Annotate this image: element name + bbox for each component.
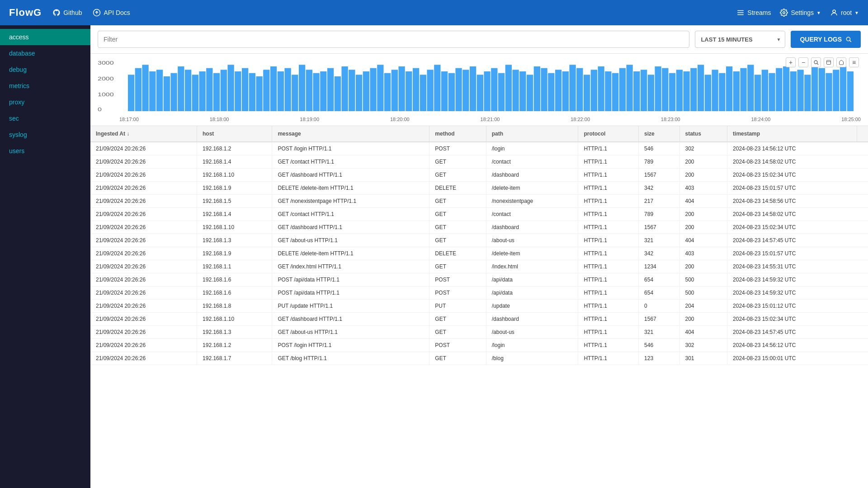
github-icon bbox=[52, 9, 61, 17]
sidebar-item-users[interactable]: users bbox=[0, 143, 90, 159]
sidebar-item-debug[interactable]: debug bbox=[0, 61, 90, 78]
col-header-status[interactable]: status bbox=[679, 126, 727, 142]
export-chart-button[interactable] bbox=[824, 57, 834, 67]
cell-path: /api/data bbox=[486, 286, 578, 300]
svg-rect-58 bbox=[427, 70, 433, 111]
cell-status: 200 bbox=[679, 169, 727, 182]
cell-timestamp: 2024-08-23 14:59:32 UTC bbox=[727, 286, 857, 300]
cell-size: 1567 bbox=[639, 169, 679, 182]
cell-size: 654 bbox=[639, 273, 679, 286]
cell-timestamp: 2024-08-23 15:01:57 UTC bbox=[727, 182, 857, 195]
col-header-path[interactable]: path bbox=[486, 126, 578, 142]
svg-rect-48 bbox=[356, 75, 362, 111]
cell-protocol: HTTP/1.1 bbox=[578, 247, 639, 260]
table-row[interactable]: 21/09/2024 20:26:26192.168.1.6POST /api/… bbox=[90, 273, 868, 286]
table-row[interactable]: 21/09/2024 20:26:26192.168.1.1GET /index… bbox=[90, 260, 868, 273]
chart-x-label: 18:25:00 bbox=[841, 117, 861, 122]
sidebar-item-database[interactable]: database bbox=[0, 45, 90, 61]
cell-path: /login bbox=[486, 142, 578, 155]
svg-rect-37 bbox=[278, 71, 284, 111]
sidebar-item-access[interactable]: access bbox=[0, 29, 90, 45]
cell-status: 204 bbox=[679, 300, 727, 313]
svg-rect-49 bbox=[363, 71, 369, 111]
sidebar-item-syslog[interactable]: syslog bbox=[0, 127, 90, 143]
svg-rect-98 bbox=[712, 70, 718, 111]
cell-timestamp: 2024-08-23 14:55:31 UTC bbox=[727, 260, 857, 273]
col-header-message[interactable]: message bbox=[272, 126, 429, 142]
cell-timestamp: 2024-08-23 15:02:34 UTC bbox=[727, 221, 857, 234]
svg-rect-18 bbox=[142, 65, 148, 111]
col-header-size[interactable]: size bbox=[639, 126, 679, 142]
cell-protocol: HTTP/1.1 bbox=[578, 313, 639, 326]
zoom-out-button[interactable]: − bbox=[798, 57, 808, 67]
svg-rect-114 bbox=[826, 73, 832, 111]
user-icon bbox=[830, 9, 838, 17]
sidebar-item-proxy[interactable]: proxy bbox=[0, 94, 90, 110]
table-row[interactable]: 21/09/2024 20:26:26192.168.1.5GET /nonex… bbox=[90, 195, 868, 208]
time-range-select[interactable]: LAST 15 MINUTESLAST 1 HOURLAST 6 HOURSLA… bbox=[695, 31, 785, 48]
sidebar-item-metrics[interactable]: metrics bbox=[0, 78, 90, 94]
table-row[interactable]: 21/09/2024 20:26:26192.168.1.10GET /dash… bbox=[90, 169, 868, 182]
sidebar-item-sec[interactable]: sec bbox=[0, 110, 90, 127]
filter-input[interactable] bbox=[98, 31, 689, 48]
cell-timestamp: 2024-08-23 14:59:32 UTC bbox=[727, 273, 857, 286]
table-row[interactable]: 21/09/2024 20:26:26192.168.1.7GET /blog … bbox=[90, 352, 868, 365]
cell-message: POST /login HTTP/1.1 bbox=[272, 142, 429, 155]
table-row[interactable]: 21/09/2024 20:26:26192.168.1.2POST /logi… bbox=[90, 142, 868, 155]
header: FlowG Github API Docs Streams bbox=[0, 0, 868, 25]
svg-rect-94 bbox=[683, 71, 689, 111]
menu-chart-button[interactable]: ≡ bbox=[849, 57, 859, 67]
svg-rect-103 bbox=[747, 65, 754, 111]
cell-status: 301 bbox=[679, 352, 727, 365]
cell-host: 192.168.1.9 bbox=[197, 247, 272, 260]
cell-message: GET /index.html HTTP/1.1 bbox=[272, 260, 429, 273]
svg-rect-50 bbox=[370, 68, 376, 111]
table-row[interactable]: 21/09/2024 20:26:26192.168.1.3GET /about… bbox=[90, 234, 868, 247]
col-header-ingested-at-↓[interactable]: Ingested At ↓ bbox=[90, 126, 197, 142]
svg-rect-30 bbox=[227, 65, 234, 111]
query-logs-label: QUERY LOGS bbox=[800, 36, 842, 43]
svg-rect-96 bbox=[698, 65, 704, 111]
svg-rect-51 bbox=[377, 65, 383, 111]
log-table-wrap[interactable]: Ingested At ↓hostmessagemethodpathprotoc… bbox=[90, 126, 868, 488]
table-row[interactable]: 21/09/2024 20:26:26192.168.1.9DELETE /de… bbox=[90, 182, 868, 195]
chart-x-label: 18:22:00 bbox=[571, 117, 590, 122]
svg-rect-101 bbox=[733, 71, 740, 111]
table-row[interactable]: 21/09/2024 20:26:26192.168.1.4GET /conta… bbox=[90, 208, 868, 221]
cell-ingested-at--: 21/09/2024 20:26:26 bbox=[90, 286, 197, 300]
svg-rect-110 bbox=[797, 70, 803, 111]
table-row[interactable]: 21/09/2024 20:26:26192.168.1.9DELETE /de… bbox=[90, 247, 868, 260]
chart-x-label: 18:23:00 bbox=[661, 117, 680, 122]
cell-timestamp: 2024-08-23 15:01:57 UTC bbox=[727, 247, 857, 260]
svg-rect-61 bbox=[448, 73, 455, 111]
svg-rect-53 bbox=[392, 70, 398, 111]
table-row[interactable]: 21/09/2024 20:26:26192.168.1.2POST /logi… bbox=[90, 339, 868, 352]
col-header-protocol[interactable]: protocol bbox=[578, 126, 639, 142]
svg-rect-57 bbox=[420, 75, 426, 111]
api-docs-link[interactable]: API Docs bbox=[93, 9, 130, 17]
cell-status: 404 bbox=[679, 326, 727, 339]
github-link[interactable]: Github bbox=[52, 9, 82, 17]
table-row[interactable]: 21/09/2024 20:26:26192.168.1.3GET /about… bbox=[90, 326, 868, 339]
settings-button[interactable]: Settings ▼ bbox=[780, 9, 821, 17]
home-chart-button[interactable] bbox=[836, 57, 846, 67]
svg-rect-34 bbox=[256, 76, 262, 111]
col-header-method[interactable]: method bbox=[429, 126, 486, 142]
search-chart-button[interactable] bbox=[811, 57, 821, 67]
streams-button[interactable]: Streams bbox=[736, 9, 771, 17]
table-row[interactable]: 21/09/2024 20:26:26192.168.1.6POST /api/… bbox=[90, 286, 868, 300]
query-logs-button[interactable]: QUERY LOGS bbox=[791, 31, 861, 48]
col-header-timestamp[interactable]: timestamp bbox=[727, 126, 857, 142]
table-row[interactable]: 21/09/2024 20:26:26192.168.1.8PUT /updat… bbox=[90, 300, 868, 313]
table-row[interactable]: 21/09/2024 20:26:26192.168.1.10GET /dash… bbox=[90, 313, 868, 326]
svg-rect-55 bbox=[406, 71, 412, 111]
table-row[interactable]: 21/09/2024 20:26:26192.168.1.10GET /dash… bbox=[90, 221, 868, 234]
svg-rect-100 bbox=[726, 66, 732, 111]
svg-rect-105 bbox=[762, 70, 768, 111]
cell-method: DELETE bbox=[429, 247, 486, 260]
cell-method: PUT bbox=[429, 300, 486, 313]
zoom-in-button[interactable]: + bbox=[786, 57, 796, 67]
user-button[interactable]: root ▼ bbox=[830, 9, 859, 17]
table-row[interactable]: 21/09/2024 20:26:26192.168.1.4GET /conta… bbox=[90, 155, 868, 169]
col-header-host[interactable]: host bbox=[197, 126, 272, 142]
